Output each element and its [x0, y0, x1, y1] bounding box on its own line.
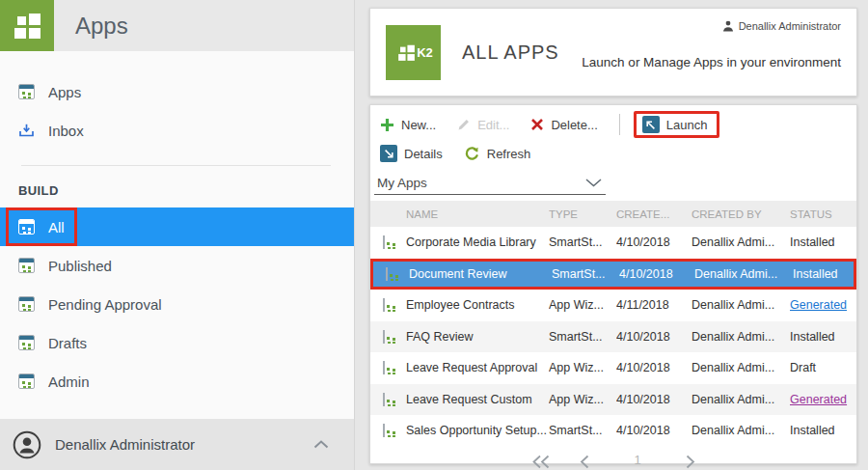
table-cell: SmartSt... — [549, 330, 616, 344]
sidebar-item-apps[interactable]: Apps — [0, 72, 354, 111]
column-header[interactable]: STATUS — [790, 208, 856, 220]
page-number-input[interactable]: 1 — [619, 453, 656, 470]
sidebar-item-label: Published — [48, 258, 112, 274]
launch-button-label: Launch — [666, 118, 708, 132]
toolbar-row-1: New... Edit... Delete... — [370, 110, 856, 139]
column-header[interactable]: CREATE... — [616, 208, 692, 220]
chevron-up-icon[interactable] — [313, 440, 329, 449]
window-icon — [18, 84, 35, 99]
table-cell: 4/10/2018 — [616, 361, 692, 374]
sidebar-item-pending-approval[interactable]: Pending Approval — [0, 285, 354, 323]
status-cell: Installed — [790, 424, 856, 437]
table-cell: 4/10/2018 — [619, 267, 694, 281]
plus-icon — [380, 118, 394, 132]
refresh-icon — [464, 146, 480, 162]
sidebar-item-label: All — [48, 219, 65, 235]
table-cell: SmartSt... — [549, 424, 616, 437]
table-row[interactable]: FAQ ReviewSmartSt...4/10/2018Denallix Ad… — [370, 321, 856, 353]
sidebar-item-admin[interactable]: Admin — [0, 362, 354, 401]
build-section-label: BUILD — [0, 180, 354, 207]
sidebar-title: Apps — [54, 0, 128, 51]
column-header[interactable]: CREATED BY — [692, 208, 790, 220]
column-header[interactable]: NAME — [406, 208, 549, 220]
table-cell: Sales Opportunity Setup... — [406, 424, 549, 437]
sidebar-item-inbox[interactable]: Inbox — [0, 111, 354, 150]
table-row[interactable]: Leave Request CustomApp Wiz...4/10/2018D… — [370, 384, 856, 416]
table-cell: FAQ Review — [406, 330, 549, 344]
app-window-icon — [383, 330, 385, 344]
page-subtitle: Launch or Manage Apps in your environmen… — [582, 55, 841, 69]
user-footer[interactable]: Denallix Administrator — [0, 419, 354, 470]
window-icon — [18, 258, 35, 273]
row-icon-cell — [370, 393, 406, 406]
table-row[interactable]: Sales Opportunity Setup...SmartSt...4/10… — [370, 415, 856, 447]
window-icon — [18, 335, 35, 350]
app-window-icon — [386, 267, 388, 281]
delete-button[interactable]: Delete... — [530, 118, 597, 132]
table-row[interactable]: Corporate Media LibrarySmartSt...4/10/20… — [370, 227, 856, 259]
status-cell: Installed — [790, 235, 856, 249]
divider — [21, 165, 331, 166]
table-row[interactable]: Employee ContractsApp Wiz...4/11/2018Den… — [370, 290, 856, 321]
toolbar-separator — [619, 114, 620, 135]
window-icon — [18, 219, 35, 235]
sidebar-item-label: Drafts — [48, 335, 87, 351]
row-icon-cell — [370, 361, 406, 374]
refresh-button-label: Refresh — [487, 147, 531, 161]
status-cell[interactable]: Generated — [790, 298, 856, 312]
pencil-icon — [457, 118, 471, 131]
details-button[interactable]: Details — [380, 145, 443, 162]
sidebar-item-drafts[interactable]: Drafts — [0, 323, 354, 362]
details-icon — [380, 145, 397, 162]
page-header-card: K2 ALL APPS Denallix Administrator Launc… — [369, 8, 857, 97]
sidebar-item-label: Inbox — [48, 123, 84, 139]
table-cell: App Wiz... — [549, 393, 616, 406]
table-cell: 4/11/2018 — [616, 298, 692, 312]
edit-button[interactable]: Edit... — [457, 118, 509, 132]
edit-button-label: Edit... — [477, 118, 509, 132]
launch-icon — [642, 116, 660, 133]
app-window-icon — [383, 235, 385, 249]
column-header[interactable]: TYPE — [549, 208, 616, 220]
new-button-label: New... — [401, 118, 436, 132]
next-page-button[interactable] — [685, 455, 695, 469]
table-cell: App Wiz... — [549, 298, 616, 312]
table-cell: Denallix Admi... — [692, 361, 790, 374]
table-cell: Denallix Admi... — [692, 424, 790, 437]
prev-page-button[interactable] — [580, 455, 590, 469]
status-cell: Installed — [793, 267, 859, 281]
first-page-button[interactable] — [531, 455, 551, 469]
header-user-label: Denallix Administrator — [739, 20, 841, 32]
table-cell: Denallix Admi... — [692, 330, 790, 344]
table-cell: Denallix Admi... — [692, 393, 790, 406]
sidebar-nav: Apps Inbox BUILD All Published P — [0, 51, 354, 401]
table-cell: Leave Request Approval — [406, 361, 549, 374]
row-icon-cell — [370, 424, 406, 437]
status-cell: Installed — [790, 330, 856, 344]
annotation-red-box — [6, 207, 77, 246]
table-cell: Document Review — [409, 267, 552, 281]
status-cell[interactable]: Generated — [790, 393, 856, 406]
table-cell: App Wiz... — [549, 361, 616, 374]
refresh-button[interactable]: Refresh — [464, 146, 531, 162]
table-cell: Corporate Media Library — [406, 235, 549, 249]
sidebar-item-published[interactable]: Published — [0, 246, 354, 285]
delete-button-label: Delete... — [551, 118, 597, 132]
header-user[interactable]: Denallix Administrator — [582, 20, 841, 32]
annotation-red-box-launch: Launch — [634, 111, 720, 138]
sidebar-item-label: Admin — [48, 373, 90, 390]
launch-button[interactable]: Launch — [642, 116, 708, 133]
table-cell: Denallix Admi... — [692, 235, 790, 249]
main-content: K2 ALL APPS Denallix Administrator Launc… — [356, 0, 868, 470]
sidebar-item-all[interactable]: All — [0, 207, 354, 246]
table-row[interactable]: Document ReviewSmartSt...4/10/2018Denall… — [370, 259, 856, 290]
table-cell: 4/10/2018 — [616, 235, 692, 249]
sidebar: Apps Apps Inbox BUILD All Pu — [0, 0, 355, 470]
row-icon-cell — [370, 235, 406, 249]
chevron-down-icon — [585, 179, 602, 187]
table-row[interactable]: Leave Request ApprovalApp Wiz...4/10/201… — [370, 352, 856, 384]
new-button[interactable]: New... — [380, 118, 436, 132]
avatar — [13, 430, 41, 459]
table-cell: Employee Contracts — [406, 298, 549, 312]
apps-filter-dropdown[interactable]: My Apps — [374, 171, 606, 195]
